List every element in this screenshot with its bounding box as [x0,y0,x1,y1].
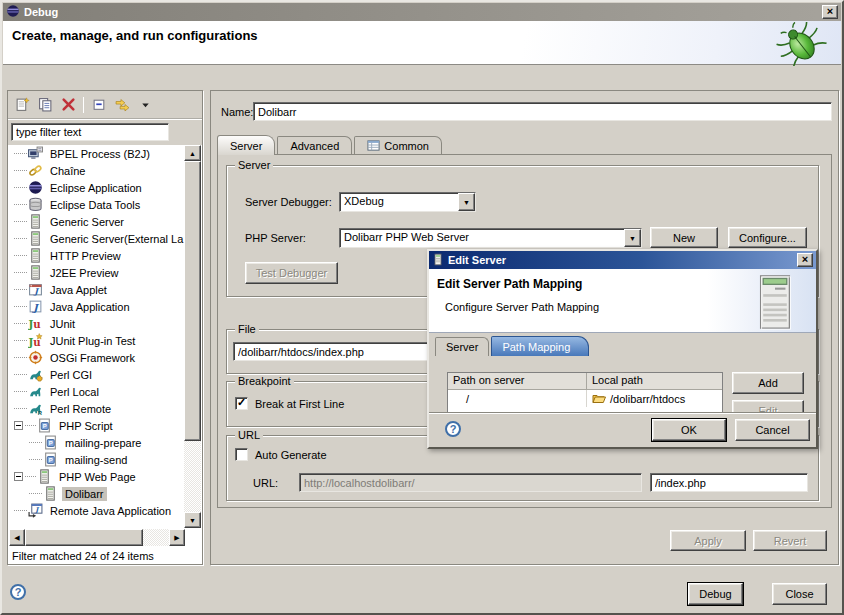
tab-server[interactable]: Server [217,135,275,155]
tab-label: Common [384,140,429,152]
table-row[interactable]: //dolibarr/htdocs [448,390,722,407]
dialog-help-icon[interactable] [445,421,461,437]
toolbar-separator [83,97,84,113]
java-icon: J [28,299,43,314]
tree-item-php-web-page[interactable]: PHP Web Page [9,468,185,485]
tree-item-label: mailing-send [62,453,130,467]
svg-text:R: R [38,410,43,416]
server-tower-icon [758,274,792,332]
close-button[interactable]: Close [772,583,827,605]
delete-config-icon[interactable] [58,95,78,115]
tree-item-junit-plug-in-test[interactable]: JuJUnit Plug-in Test [9,332,185,349]
test-debugger-button[interactable]: Test Debugger [245,262,338,284]
tree-item-perl-cgi[interactable]: Perl CGI [9,366,185,383]
auto-generate-checkbox[interactable] [235,448,248,461]
configure-server-button[interactable]: Configure... [728,227,807,248]
tree-item-eclipse-application[interactable]: Eclipse Application [9,179,185,196]
tree-item-generic-server-external-la[interactable]: Generic Server(External La [9,230,185,247]
tree-item-label: Generic Server(External La [47,232,185,246]
add-mapping-button[interactable]: Add [732,372,804,394]
tree-toolbar [8,91,202,119]
collapse-expander-icon[interactable] [14,421,23,430]
php-server-select[interactable]: Dolibarr PHP Web Server [339,228,642,248]
tree-item-mailing-prepare[interactable]: Pmailing-prepare [9,434,185,451]
bpel-icon [28,146,43,161]
tree-item-perl-local[interactable]: Perl Local [9,383,185,400]
eclipse-icon [28,180,43,195]
chevron-down-icon[interactable] [458,193,475,211]
scroll-down-icon[interactable] [184,512,201,528]
collapse-all-icon[interactable] [89,95,109,115]
tree-item-label: JUnit [47,317,78,331]
tree-item-osgi-framework[interactable]: OSGi Framework [9,349,185,366]
tree-item-java-application[interactable]: JJava Application [9,298,185,315]
dialog-close-icon[interactable] [797,253,813,267]
server-group-legend: Server [235,159,273,171]
duplicate-config-icon[interactable] [35,95,55,115]
tree-item-dolibarr[interactable]: Dolibarr [9,485,185,502]
header-banner: Create, manage, and run configurations [3,21,841,65]
dialog-tabs: ServerPath Mapping [435,333,591,356]
tree-item-java-applet[interactable]: JJava Applet [9,281,185,298]
filter-config-icon[interactable] [112,95,132,115]
chevron-down-icon[interactable] [624,229,641,247]
tab-advanced[interactable]: Advanced [277,136,352,155]
tree-item-j2ee-preview[interactable]: J2EE Preview [9,264,185,281]
tree-item-php-script[interactable]: PPHP Script [9,417,185,434]
debug-button[interactable]: Debug [688,583,743,605]
tree-item-bpel-process-b2j[interactable]: BPEL Process (B2J) [9,145,185,162]
tree-item-http-preview[interactable]: HTTP Preview [9,247,185,264]
menu-arrow-icon[interactable] [135,95,155,115]
server-icon [28,231,43,246]
apply-button[interactable]: Apply [670,530,746,551]
path-mapping-table: Path on serverLocal path //dolibarr/htdo… [447,372,723,416]
dialog-tab-server[interactable]: Server [435,337,489,356]
tree-item-perl-remote[interactable]: RPerl Remote [9,400,185,417]
tree-item-label: HTTP Preview [47,249,124,263]
new-server-button[interactable]: New [650,227,718,248]
tree-item-label: OSGi Framework [47,351,138,365]
dialog-tab-path-mapping[interactable]: Path Mapping [491,336,589,356]
filter-input[interactable] [11,123,169,141]
tree-item-cha-ne[interactable]: Chaîne [9,162,185,179]
close-icon[interactable] [822,5,838,19]
collapse-expander-icon[interactable] [14,472,23,481]
chain-icon [28,163,43,178]
url-path-input[interactable] [650,473,808,492]
revert-button[interactable]: Revert [753,530,827,551]
column-header-path-on-server[interactable]: Path on server [448,373,587,390]
column-header-local-path[interactable]: Local path [587,373,723,390]
help-icon[interactable] [10,584,26,600]
vertical-scroll-thumb[interactable] [184,161,201,441]
tree-item-mailing-send[interactable]: Pmailing-send [9,451,185,468]
scroll-up-icon[interactable] [184,145,201,161]
php-server-label: PHP Server: [245,232,306,244]
tree-item-eclipse-data-tools[interactable]: Eclipse Data Tools [9,196,185,213]
tab-common[interactable]: Common [354,136,442,155]
ok-button[interactable]: OK [652,419,726,441]
new-config-icon[interactable] [12,95,32,115]
edit-server-dialog: Edit Server Edit Server Path Mapping Con… [427,249,818,449]
applet-icon: J [28,282,43,297]
tree-item-label: Java Application [47,300,133,314]
db-icon [28,197,43,212]
url-label: URL: [253,477,278,489]
local-path-cell: /dolibarr/htdocs [587,390,723,407]
svg-text:Ju: Ju [28,318,41,330]
tree-horizontal-scrollbar[interactable] [9,529,185,546]
tree-item-generic-server[interactable]: Generic Server [9,213,185,230]
file-group-legend: File [235,323,259,335]
tree-item-junit[interactable]: JuJUnit [9,315,185,332]
tree-item-label: J2EE Preview [47,266,121,280]
scroll-right-icon[interactable] [169,529,185,546]
folder-icon [592,391,606,407]
break-first-line-checkbox[interactable] [235,397,248,410]
horizontal-scroll-thumb[interactable] [25,529,143,546]
cancel-button[interactable]: Cancel [735,419,810,441]
scroll-left-icon[interactable] [9,529,25,546]
tree-vertical-scrollbar[interactable] [184,145,201,528]
name-input[interactable] [253,102,832,121]
tree-item-remote-java-application[interactable]: JRemote Java Application [9,502,185,519]
server-icon [28,265,43,280]
server-debugger-select[interactable]: XDebug [339,192,476,212]
